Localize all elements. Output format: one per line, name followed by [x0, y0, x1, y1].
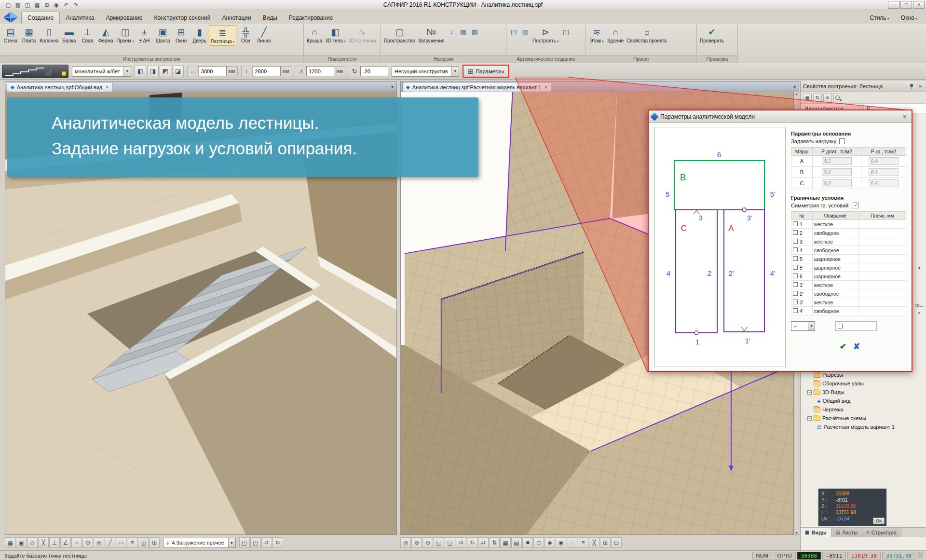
auto-walls-icon[interactable]: ▤ [508, 25, 519, 39]
symmetry-checkbox[interactable] [853, 203, 858, 208]
support-type-cell[interactable]: шарнирное [812, 272, 858, 281]
tree-item-calc-model-variant-1[interactable]: ▤Расчетная модель вариант 1 [801, 423, 913, 431]
material-dropdown[interactable]: монолитный ж/бет ▾ [72, 66, 131, 77]
view-next-icon[interactable]: ◳ [250, 537, 261, 548]
list-view-icon[interactable]: ≡ [823, 94, 832, 102]
redo-icon[interactable]: ↷ [71, 1, 80, 9]
zoom-window-icon[interactable]: ◱ [434, 537, 444, 548]
stair-angle-input[interactable] [360, 66, 388, 76]
rotate-cw-icon[interactable]: ↻ [272, 537, 283, 548]
tab-analytical-model[interactable]: ◆ Аналитика лестниц.spf:Расчетная модель… [402, 82, 551, 92]
boundary-row[interactable]: 4' свободное [791, 307, 906, 315]
row-checkbox[interactable] [793, 308, 798, 313]
boundary-row[interactable]: 3 жесткое [791, 237, 906, 246]
stair-straight-icon[interactable]: ◧ [135, 66, 146, 77]
ribbon-tool[interactable]: ▦Плита [20, 25, 38, 44]
support-type-cell[interactable]: жесткое [812, 237, 858, 246]
ribbon-tool[interactable]: ◫Проем [115, 25, 135, 45]
support-type-cell[interactable]: свободное [812, 246, 858, 255]
close-icon[interactable]: × [913, 311, 925, 315]
row-checkbox[interactable] [793, 247, 798, 252]
ribbon-tool[interactable]: ╱Линия [255, 25, 273, 44]
menu-item[interactable]: Конструктор сечений [148, 12, 216, 24]
p-short-field[interactable]: 0.4 [869, 168, 899, 176]
tree-item-3d-views[interactable]: −3D-Виды [801, 388, 913, 396]
set-load-checkbox[interactable] [839, 138, 845, 144]
ok-button[interactable]: ОК [873, 518, 885, 524]
arm-cell[interactable] [858, 229, 906, 237]
p-short-field[interactable]: 0.4 [869, 179, 899, 187]
snap-angle-icon[interactable]: ∠ [60, 537, 71, 548]
ribbon-tool[interactable]: №Загружения [417, 25, 446, 44]
arm-cell[interactable] [858, 307, 906, 315]
pan-horizontal-icon[interactable]: ⇄ [478, 537, 489, 548]
p-long-field[interactable]: 0.2 [822, 179, 852, 187]
support-type-cell[interactable]: свободное [812, 289, 858, 298]
tab-general-view[interactable]: ◆ Аналитика лестниц.spf:Общий вид × [7, 82, 112, 92]
ribbon-tool[interactable]: ▢Пространство [382, 25, 417, 44]
row-checkbox[interactable] [793, 221, 798, 226]
menu-item[interactable]: Редактирование [283, 12, 339, 24]
arm-cell[interactable] [858, 246, 906, 255]
menu-item[interactable]: Аннотации [216, 12, 257, 24]
minimize-button[interactable]: – [888, 1, 899, 9]
num-lock-indicator[interactable]: NUM [752, 552, 772, 560]
ribbon-tool[interactable]: ∿3D по линии [347, 25, 377, 44]
grid-on-icon[interactable]: ⊞ [600, 537, 611, 548]
arm-cell[interactable] [858, 237, 906, 246]
ribbon-tool[interactable]: ▮Дверь [191, 25, 209, 44]
arm-cell[interactable] [858, 255, 906, 263]
mesh-view-icon[interactable]: ▦ [500, 537, 511, 548]
p-long-field[interactable]: 0.2 [822, 157, 852, 165]
ribbon-tool[interactable]: ▬Балка [60, 25, 78, 44]
rect-mode-icon[interactable]: ▭ [116, 537, 126, 548]
menu-item[interactable]: Виды [257, 12, 283, 24]
orbit-icon[interactable]: ◎ [400, 537, 411, 548]
close-icon[interactable]: × [901, 113, 909, 120]
snap-perpendicular-icon[interactable]: ⊥ [49, 537, 60, 548]
load-grid-icon[interactable]: ▦ [457, 25, 469, 39]
rotate-ccw-icon[interactable]: ↺ [261, 537, 272, 548]
ribbon-tool[interactable]: ≋Этаж [587, 25, 606, 45]
boundary-row[interactable]: 1' жесткое [791, 281, 906, 289]
resize-grip[interactable] [917, 552, 923, 559]
print-preview-icon[interactable]: ◉ [52, 1, 61, 9]
close-icon[interactable]: × [917, 83, 924, 89]
boundary-row[interactable]: 2 свободное [791, 229, 906, 237]
sphere-icon[interactable]: ◌ [567, 537, 577, 548]
boundary-row[interactable]: 2' свободное [791, 289, 906, 298]
ortho-indicator[interactable]: ОРТО [774, 552, 796, 560]
clipboard-icon[interactable]: ◫ [138, 537, 149, 548]
save-icon[interactable]: ◫ [23, 1, 32, 9]
row-checkbox[interactable] [793, 282, 798, 287]
chevron-down-icon[interactable]: ▾ [913, 266, 925, 271]
rotate-left-icon[interactable]: ↺ [456, 537, 466, 548]
support-type-cell[interactable]: шарнирное [812, 255, 858, 263]
view-prev-icon[interactable]: ◰ [239, 537, 250, 548]
zoom-in-icon[interactable]: ⊕ [411, 537, 422, 548]
snap-point-icon[interactable]: ◇ [27, 537, 38, 548]
collapse-icon[interactable]: − [807, 416, 812, 421]
category-view-icon[interactable]: ▦ [803, 94, 812, 102]
wireframe-view-icon[interactable]: □ [533, 537, 544, 548]
p-long-field[interactable]: 0.2 [822, 168, 852, 176]
search-icon[interactable] [833, 94, 842, 102]
arm-cell[interactable] [858, 272, 906, 281]
tree-item-drawings[interactable]: Чертежи [801, 405, 913, 414]
snap-node-icon[interactable]: ▣ [16, 537, 27, 548]
line-mode-icon[interactable]: ╱ [105, 537, 115, 548]
boundary-row[interactable]: 5 шарнирное [791, 255, 906, 263]
tree-item-assembly-nodes[interactable]: Сборочные узлы [801, 379, 913, 388]
p-short-field[interactable]: 0.4 [869, 157, 899, 165]
stair-preview-button[interactable] [2, 65, 68, 78]
target-icon[interactable]: ◉ [556, 537, 566, 548]
profile-dropdown[interactable]: ⌐▾ [791, 321, 815, 331]
arm-cell[interactable] [858, 298, 906, 307]
ribbon-tool[interactable]: ◧3D тела [324, 25, 347, 45]
stair-length-input[interactable] [199, 66, 227, 76]
zoom-extents-icon[interactable]: ◲ [445, 537, 455, 548]
arm-cell[interactable] [858, 281, 906, 289]
snap-nearest-icon[interactable]: ○ [71, 537, 82, 548]
stair-u-shape-icon[interactable]: ◩ [160, 66, 171, 77]
ribbon-tool[interactable]: ⊞Окно [172, 25, 191, 44]
